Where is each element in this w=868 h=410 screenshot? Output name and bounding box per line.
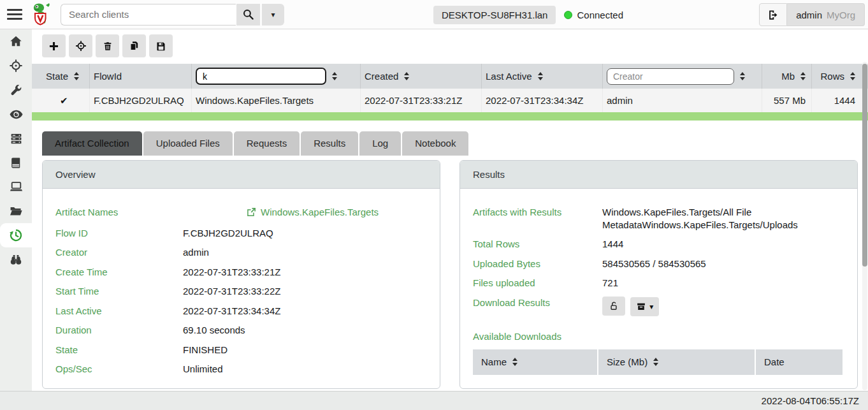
- creator-filter-input[interactable]: [607, 68, 734, 85]
- results-panel-title: Results: [460, 161, 857, 189]
- sort-icon[interactable]: [800, 72, 806, 80]
- archive-icon: [636, 302, 646, 312]
- results-label: Artifacts with Results: [473, 206, 602, 231]
- unlock-download-button[interactable]: [602, 297, 625, 316]
- search-button[interactable]: [236, 4, 260, 26]
- results-value: 1444: [602, 238, 623, 251]
- downloads-col-size[interactable]: Size (Mb): [598, 349, 755, 375]
- hamburger-menu-icon[interactable]: [7, 9, 22, 20]
- flow-artifact-value: Windows.KapeFiles.Targets: [196, 95, 314, 106]
- detail-panels: Overview Artifact Names Windows.KapeFile…: [42, 160, 858, 389]
- status-bar: 2022-08-04T06:55:17Z: [0, 391, 868, 410]
- overview-value: admin: [183, 246, 209, 259]
- user-menu[interactable]: admin MyOrg: [787, 3, 865, 26]
- sidebar-item-hunts[interactable]: [0, 54, 32, 78]
- sign-out-icon: [767, 9, 779, 21]
- tab-log[interactable]: Log: [359, 131, 401, 156]
- downloads-table-header: Name Size (Mb) Date: [473, 349, 844, 375]
- tab-results[interactable]: Results: [301, 131, 358, 156]
- new-collection-button[interactable]: [42, 34, 66, 57]
- downloads-col-name-label: Name: [481, 356, 507, 367]
- overview-value: 2022-07-31T23:33:21Z: [183, 266, 280, 279]
- sort-icon[interactable]: [332, 72, 337, 80]
- results-value: 584530565 / 584530565: [602, 258, 706, 270]
- overview-value: F.CBJH2GD2ULRAQ: [183, 227, 273, 240]
- results-panel: Results Artifacts with ResultsWindows.Ka…: [459, 160, 858, 389]
- sort-icon[interactable]: [850, 72, 855, 80]
- downloads-col-date-label: Date: [764, 356, 785, 367]
- tab-requests[interactable]: Requests: [234, 131, 300, 156]
- overview-panel: Overview Artifact Names Windows.KapeFile…: [42, 160, 440, 389]
- flow-rows-value: 1444: [834, 95, 855, 106]
- sidebar-item-events[interactable]: [0, 102, 32, 126]
- connection-status: Connected: [564, 10, 623, 20]
- col-flowid-label: FlowId: [94, 71, 122, 82]
- overview-label: Start Time: [55, 285, 183, 298]
- host-status-area: DESKTOP-SU8FH31.lan Connected: [433, 0, 623, 29]
- flow-last-active-value: 2022-07-31T23:34:34Z: [486, 95, 583, 106]
- overview-panel-title: Overview: [43, 161, 440, 189]
- downloads-col-date[interactable]: Date: [756, 349, 843, 375]
- sidebar-item-search[interactable]: [0, 247, 32, 272]
- sidebar-item-home[interactable]: [0, 29, 32, 54]
- overview-value: 2022-07-31T23:33:22Z: [183, 285, 280, 298]
- overview-label: Last Active: [55, 305, 183, 318]
- downloads-col-name[interactable]: Name: [473, 349, 597, 375]
- search-options-dropdown-button[interactable]: ▾: [261, 4, 284, 26]
- prepare-download-button[interactable]: ▾: [630, 297, 659, 316]
- wrench-icon: [10, 84, 23, 97]
- save-icon: [156, 41, 166, 52]
- sidebar-item-clients[interactable]: [0, 175, 32, 199]
- results-label: Files uploaded: [473, 277, 602, 289]
- connection-status-label: Connected: [577, 10, 623, 20]
- download-results-label: Download Results: [473, 297, 602, 316]
- sort-icon[interactable]: [512, 358, 517, 366]
- sidebar-item-vfs[interactable]: [0, 199, 32, 223]
- crosshair-icon: [75, 40, 87, 52]
- overview-value: Unlimited: [183, 363, 223, 376]
- search-clients-input[interactable]: [61, 4, 236, 26]
- overview-value: 69.10 seconds: [183, 324, 245, 337]
- flows-table-header: State FlowId Created Last Active: [32, 64, 868, 89]
- binoculars-icon: [9, 253, 23, 267]
- logout-button[interactable]: [759, 3, 787, 26]
- server-timestamp: 2022-08-04T06:55:17Z: [762, 395, 859, 406]
- user-area: admin MyOrg: [759, 3, 865, 26]
- tab-uploaded-files[interactable]: Uploaded Files: [143, 131, 233, 156]
- eye-icon: [9, 107, 24, 122]
- artifact-filter-input[interactable]: [196, 68, 326, 85]
- delete-flow-button[interactable]: [96, 34, 119, 57]
- main-content: State FlowId Created Last Active: [32, 29, 868, 391]
- flow-progress-bar: [32, 112, 868, 121]
- flows-table: State FlowId Created Last Active: [32, 64, 868, 121]
- sort-icon[interactable]: [538, 72, 543, 80]
- overview-label: Creator: [55, 246, 183, 259]
- overview-value: FINISHED: [183, 344, 228, 356]
- tab-artifact-collection[interactable]: Artifact Collection: [42, 131, 142, 156]
- sort-icon[interactable]: [404, 72, 409, 80]
- history-icon: [9, 228, 23, 242]
- flow-toolbar: [32, 29, 868, 57]
- copy-flow-button[interactable]: [122, 34, 146, 57]
- sidebar-item-collected-flows[interactable]: [0, 223, 32, 247]
- flow-detail-tabs: Artifact Collection Uploaded Files Reque…: [42, 131, 868, 156]
- hostname-badge[interactable]: DESKTOP-SU8FH31.lan: [433, 6, 556, 24]
- results-label: Total Rows: [473, 238, 602, 251]
- add-to-hunt-button[interactable]: [69, 34, 92, 57]
- external-link-icon: [247, 207, 256, 217]
- tab-notebook[interactable]: Notebook: [402, 131, 468, 156]
- save-collection-button[interactable]: [149, 34, 173, 57]
- col-created-label: Created: [365, 71, 398, 82]
- plus-icon: [48, 41, 59, 52]
- sidebar-item-server-artifacts[interactable]: [0, 126, 32, 150]
- flow-table-row[interactable]: ✔ F.CBJH2GD2ULRAQ Windows.KapeFiles.Targ…: [32, 89, 868, 112]
- scrollbar-thumb[interactable]: [862, 64, 867, 267]
- sidebar-item-notebooks[interactable]: [0, 150, 32, 175]
- sort-icon[interactable]: [74, 72, 79, 80]
- copy-icon: [129, 40, 140, 52]
- col-state-label: State: [46, 71, 68, 82]
- sort-icon[interactable]: [653, 358, 658, 366]
- artifact-name-link[interactable]: Windows.KapeFiles.Targets: [247, 206, 379, 219]
- sidebar-item-artifacts[interactable]: [0, 78, 32, 102]
- sort-icon[interactable]: [740, 72, 745, 80]
